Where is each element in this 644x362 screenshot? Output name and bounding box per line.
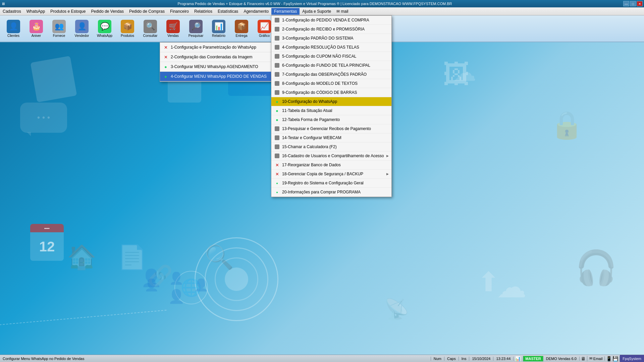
toolbar-btn-entrega[interactable]: 📦Entrega: [231, 17, 252, 40]
box-icon: [274, 71, 280, 77]
whatsapp-submenu-item[interactable]: ●3-Configurar MENU WhatsApp AGENDAMENTO: [160, 62, 273, 72]
ferramentas-menu-item[interactable]: 13-Pesquisar e Gerenciar Recibos de Paga…: [271, 124, 391, 133]
toolbar-btn-vendedor[interactable]: 👤Vendedor: [71, 17, 93, 40]
whatsapp-submenu-item[interactable]: ✕2-Configuração das Coordenadas da Image…: [160, 52, 273, 62]
ferramentas-menu-item[interactable]: 9-Configuração do CÓDIGO DE BARRAS: [271, 88, 391, 97]
ferramentas-item-label: 12-Tabela Forma de Pagamento: [282, 117, 340, 122]
ferramentas-menu-item[interactable]: ●19-Registro do Sistema e Configuração G…: [271, 179, 391, 188]
ferramentas-menu-item[interactable]: 1-Configuração do PEDIDO VENDA E COMPRA: [271, 16, 391, 25]
toolbar-btn-label: Fornece: [53, 34, 65, 38]
ferramentas-item-label: 4-Configuração RESOLUÇÃO DAS TELAS: [282, 45, 359, 50]
status-num: Num: [431, 357, 444, 361]
status-icon4: 💾: [612, 356, 618, 361]
menu-item-whatsapp[interactable]: WhatsApp: [24, 8, 48, 15]
toolbar-btn-label: Vendas: [167, 34, 178, 38]
menu-item-relatorios[interactable]: Relatórios: [192, 8, 215, 15]
ferramentas-menu-item[interactable]: ●11-Tabela da Situação Atual: [271, 106, 391, 115]
submenu-item-label: 3-Configurar MENU WhatsApp AGENDAMENTO: [171, 64, 258, 69]
ferramentas-item-label: 17-Reorganizar Banco de Dados: [282, 163, 341, 167]
ferramentas-item-label: 6-Configuração do FUNDO DE TELA PRINCIPA…: [282, 63, 370, 68]
whatsapp-submenu-item[interactable]: ●4-Configurar MENU WhatsApp PEDIDO DE VE…: [160, 72, 273, 81]
ferramentas-menu-item[interactable]: 5-Configuração do CUPOM NÃO FISCAL: [271, 52, 391, 61]
ferramentas-menu-item[interactable]: 16-Cadastro de Usuarios e Compartilhamen…: [271, 152, 391, 161]
box-icon: [274, 44, 280, 50]
whatsapp-icon: ●: [163, 64, 169, 70]
toolbar-btn-produtos[interactable]: 📦Produtos: [117, 17, 138, 40]
menu-item-ajuda[interactable]: Ajuda e Suporte: [300, 8, 334, 15]
toolbar-btn-pesquisar[interactable]: 🔎Pesquisar: [185, 17, 207, 40]
ferramentas-menu-item[interactable]: ✕18-Gerenciar Copia de Segurança / BACKU…: [271, 170, 391, 179]
menu-item-mail[interactable]: ✉ mail: [334, 8, 351, 15]
toolbar-btn-aniver[interactable]: 🎂Aniver: [25, 17, 47, 40]
ferramentas-menu-item[interactable]: 6-Configuração do FUNDO DE TELA PRINCIPA…: [271, 61, 391, 70]
ferramentas-menu-item[interactable]: 15-Chamar a Calculadora (F2): [271, 142, 391, 152]
whatsapp-submenu-item[interactable]: ✕1-Configuração e Parametrização do What…: [160, 43, 273, 52]
ferramentas-item-label: 2-Configuração do RECIBO e PROMISSÓRIA: [282, 27, 365, 32]
close-icon: ✕: [274, 162, 280, 168]
fornece-icon: 👥: [52, 20, 66, 33]
close-icon: ✕: [274, 171, 280, 177]
ferramentas-menu-item[interactable]: 14-Testar e Configurar WEBCAM: [271, 133, 391, 142]
submenu-item-label: 4-Configurar MENU WhatsApp PEDIDO DE VEN…: [171, 74, 267, 79]
toolbar-btn-label: Clientes: [7, 34, 19, 38]
status-time: 13:23:44: [493, 357, 514, 361]
ferramentas-item-label: 19-Registro do Sistema e Configuração Ge…: [282, 181, 364, 185]
whatsapp-icon: 💬: [98, 20, 111, 33]
status-icon3: 📱: [606, 356, 612, 361]
whatsapp-icon: ●: [163, 73, 169, 79]
clientes-icon: 👤: [7, 20, 20, 33]
ferramentas-menu-item[interactable]: ●12-Tabela Forma de Pagamento: [271, 115, 391, 124]
ferramentas-menu-item[interactable]: ●20-Informações para Comprar PROGRAMA: [271, 188, 391, 197]
menu-item-pedido-vendas[interactable]: Pedido de Vendas: [88, 8, 126, 15]
toolbar-btn-label: Gráfico: [259, 34, 270, 38]
menu-item-ferramentas[interactable]: Ferramentas: [271, 8, 300, 15]
submenu-item-label: 2-Configuração das Coordenadas da Imagem: [171, 55, 252, 59]
close-icon: ✕: [163, 44, 169, 50]
titlebar: 🖥 Programa Pedido de Vendas + Estoque & …: [0, 0, 644, 7]
close-button[interactable]: ✕: [637, 1, 643, 6]
ferramentas-item-label: 20-Informações para Comprar PROGRAMA: [282, 190, 361, 194]
box-icon: [274, 62, 280, 68]
ferramentas-menu-item[interactable]: 3-Configuração PADRÃO DO SISTEMA: [271, 34, 391, 43]
ferramentas-menu-item[interactable]: 4-Configuração RESOLUÇÃO DAS TELAS: [271, 43, 391, 52]
ferramentas-menu-item[interactable]: 7-Configuração das OBSERVAÇÕES PADRÃO: [271, 70, 391, 79]
status-fpqsystem: FpqSystem: [620, 355, 644, 362]
menu-item-financeiro[interactable]: Financeiro: [167, 8, 192, 15]
toolbar-btn-fornece[interactable]: 👥Fornece: [48, 17, 70, 40]
whatsapp-icon: ●: [274, 108, 280, 114]
toolbar-btn-vendas[interactable]: 🛒Vendas: [162, 17, 184, 40]
whatsapp-icon: ●: [274, 99, 280, 105]
box-icon: [274, 80, 280, 86]
toolbar-btn-consultar[interactable]: 🔍Consultar: [140, 17, 161, 40]
toolbar-btn-whatsapp[interactable]: 💬WhatsApp: [94, 17, 115, 40]
toolbar-btn-relatório[interactable]: 📊Relatório: [208, 17, 229, 40]
menu-item-cadastros[interactable]: Cadastros: [0, 8, 24, 15]
gráfico-icon: 📈: [258, 20, 271, 33]
menu-item-estatisticas[interactable]: Estatísticas: [215, 8, 241, 15]
ferramentas-item-label: 15-Chamar a Calculadora (F2): [282, 144, 337, 149]
app-icon: 🖥: [1, 2, 5, 6]
menu-item-pedido-compras[interactable]: Pedido de Compras: [126, 8, 167, 15]
box-icon: [274, 26, 280, 32]
minimize-button[interactable]: —: [623, 1, 629, 6]
toolbar-btn-clientes[interactable]: 👤Clientes: [3, 17, 24, 40]
status-demo: DEMO Vendas 6.0: [543, 357, 580, 361]
menu-item-agendamento[interactable]: Agendamento: [241, 8, 271, 15]
ferramentas-menu-item[interactable]: 8-Configuração do MODELO DE TEXTOS: [271, 79, 391, 88]
whatsapp-icon: ●: [274, 117, 280, 123]
ferramentas-item-label: 16-Cadastro de Usuarios e Compartilhamen…: [282, 154, 384, 158]
entrega-icon: 📦: [235, 20, 248, 33]
ferramentas-item-label: 11-Tabela da Situação Atual: [282, 108, 332, 113]
ferramentas-item-label: 13-Pesquisar e Gerenciar Recibos de Paga…: [282, 126, 371, 131]
ferramentas-menu-item[interactable]: 2-Configuração do RECIBO e PROMISSÓRIA: [271, 25, 391, 34]
maximize-button[interactable]: □: [630, 1, 636, 6]
statusbar: Configurar Menu WhatsApp no Pedido de Ve…: [0, 355, 644, 362]
ferramentas-item-label: 3-Configuração PADRÃO DO SISTEMA: [282, 36, 354, 41]
ferramentas-menu-item[interactable]: ●10-Configuração do WhatsApp: [271, 97, 391, 106]
menu-item-produtos[interactable]: Produtos e Estoque: [48, 8, 88, 15]
ferramentas-menu-item[interactable]: ✕17-Reorganizar Banco de Dados: [271, 161, 391, 170]
box-icon: [274, 17, 280, 23]
menubar: CadastrosWhatsAppProdutos e EstoquePedid…: [0, 7, 644, 15]
status-master: MASTER: [523, 356, 543, 361]
titlebar-title: Programa Pedido de Vendas + Estoque & Fi…: [177, 2, 452, 6]
